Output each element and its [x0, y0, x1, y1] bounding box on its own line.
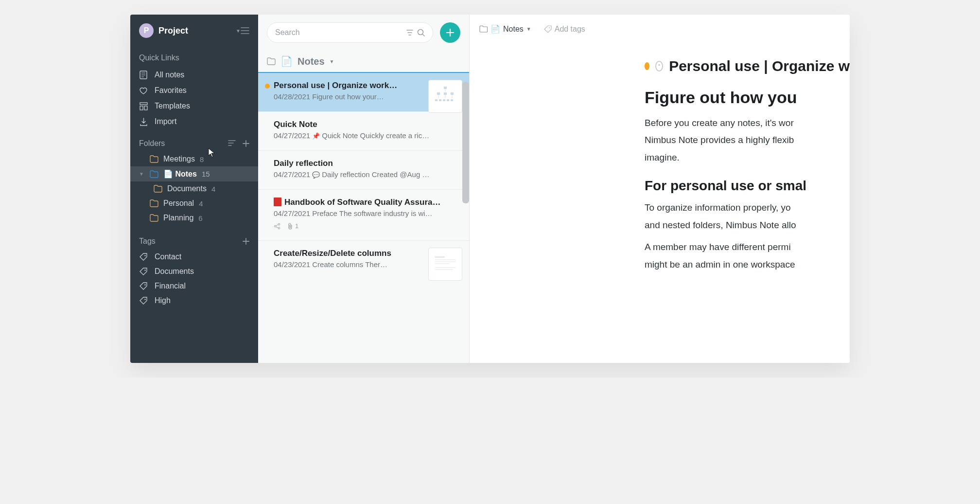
scrollbar[interactable]	[462, 82, 469, 203]
note-meta: 04/27/2021 Preface The software industry…	[274, 209, 460, 217]
tag-documents[interactable]: Documents	[130, 264, 258, 279]
sidebar-item-label: Favorites	[155, 86, 187, 95]
tag-icon	[139, 282, 148, 290]
status-dot-icon	[265, 84, 270, 89]
folder-count: 4	[199, 199, 203, 208]
note-item[interactable]: Quick Note 04/27/2021 📌Quick Note Quickl…	[258, 112, 469, 151]
search-input-wrap[interactable]	[267, 22, 433, 43]
emoji-placeholder-icon[interactable]	[655, 61, 663, 72]
sidebar-item-templates[interactable]: Templates	[130, 98, 258, 114]
tag-contact[interactable]: Contact	[130, 250, 258, 264]
folder-documents[interactable]: Documents 4	[130, 181, 258, 196]
note-item[interactable]: Handbook of Software Quality Assura… 04/…	[258, 190, 469, 241]
status-dot-icon[interactable]	[645, 62, 649, 70]
folder-count: 8	[200, 155, 204, 163]
sort-icon[interactable]	[228, 140, 236, 147]
filter-icon[interactable]	[406, 30, 413, 36]
import-icon	[139, 117, 148, 126]
svg-rect-23	[435, 261, 455, 262]
paragraph[interactable]: and nested folders, Nimbus Note allo	[645, 218, 850, 232]
folder-icon	[150, 199, 158, 207]
note-item[interactable]: Daily reflection 04/27/2021 💬Daily refle…	[258, 151, 469, 190]
paragraph[interactable]: Before you create any notes, it's wor	[645, 116, 850, 130]
search-icon[interactable]	[417, 29, 425, 36]
search-input[interactable]	[275, 28, 402, 37]
app: P Project ▼ Quick Links All notes Favori…	[130, 15, 850, 363]
tags-header-label: Tags	[139, 237, 156, 246]
sidebar-collapse-icon[interactable]	[241, 27, 249, 34]
new-note-button[interactable]	[440, 22, 460, 43]
sidebar: P Project ▼ Quick Links All notes Favori…	[130, 15, 258, 363]
tag-icon	[139, 252, 148, 261]
sidebar-item-label: Import	[155, 117, 176, 126]
editor-breadcrumb[interactable]: 📄 Notes ▼	[479, 24, 531, 34]
svg-point-5	[144, 270, 145, 270]
svg-rect-16	[447, 99, 449, 101]
tags-header: Tags	[130, 225, 258, 250]
svg-point-4	[144, 255, 145, 256]
add-tags-button[interactable]: Add tags	[544, 25, 585, 34]
svg-rect-15	[443, 99, 445, 101]
chevron-down-icon: ▼	[139, 171, 145, 177]
heading-2[interactable]: For personal use or smal	[645, 178, 850, 194]
folder-count: 4	[211, 185, 215, 193]
folder-label: Documents	[167, 184, 207, 193]
heading-1[interactable]: Figure out how you	[645, 88, 850, 107]
notes-emoji-icon: 📄	[280, 55, 293, 67]
document-title[interactable]: Personal use | Organize w	[669, 58, 850, 74]
note-meta: 04/27/2021 📌Quick Note Quickly create a …	[274, 131, 460, 140]
breadcrumb-label: Notes	[503, 25, 524, 34]
svg-rect-11	[444, 92, 447, 95]
folder-count: 15	[202, 170, 210, 178]
tag-financial[interactable]: Financial	[130, 279, 258, 293]
folder-personal[interactable]: Personal 4	[130, 196, 258, 211]
tag-label: Financial	[155, 282, 186, 290]
note-item[interactable]: Personal use | Organize work… 04/28/2021…	[258, 72, 469, 112]
workspace-name: Project	[158, 26, 230, 36]
paragraph[interactable]: imagine.	[645, 150, 850, 164]
sidebar-item-label: All notes	[155, 71, 184, 79]
document-title-row: Personal use | Organize w	[645, 58, 850, 74]
folder-icon	[150, 214, 158, 222]
svg-rect-3	[144, 106, 147, 110]
folder-icon	[479, 25, 488, 33]
paragraph[interactable]: might be an admin in one workspace	[645, 257, 850, 271]
sidebar-item-all-notes[interactable]: All notes	[130, 67, 258, 83]
editor-panel: 📄 Notes ▼ Add tags Personal use | Organi…	[470, 15, 850, 363]
paragraph[interactable]: A member may have different permi	[645, 240, 850, 254]
folders-header: Folders	[130, 129, 258, 152]
add-tag-icon[interactable]	[243, 238, 249, 245]
note-meta: 04/27/2021 💬Daily reflection Created @Au…	[274, 170, 460, 179]
folder-planning[interactable]: Planning 6	[130, 211, 258, 225]
tag-label: Contact	[155, 252, 181, 261]
pin-icon: 📌	[312, 132, 320, 140]
svg-rect-1	[140, 103, 147, 105]
tag-icon	[544, 25, 552, 33]
svg-rect-9	[444, 87, 447, 89]
folders-header-label: Folders	[139, 139, 165, 148]
sidebar-item-favorites[interactable]: Favorites	[130, 83, 258, 98]
svg-point-20	[278, 227, 280, 229]
svg-rect-26	[435, 269, 453, 270]
add-folder-icon[interactable]	[243, 140, 249, 147]
svg-rect-22	[435, 259, 455, 260]
svg-point-27	[549, 27, 550, 28]
workspace-switcher[interactable]: P Project ▼	[130, 23, 258, 45]
note-title: Quick Note	[274, 120, 460, 129]
note-icon	[139, 71, 148, 79]
svg-rect-10	[437, 92, 440, 95]
note-list[interactable]: Personal use | Organize work… 04/28/2021…	[258, 72, 469, 363]
note-item[interactable]: Create/Resize/Delete columns 04/23/2021 …	[258, 241, 469, 279]
document-content[interactable]: Personal use | Organize w Figure out how…	[470, 34, 850, 274]
paragraph[interactable]: Nimbus Note provides a highly flexib	[645, 133, 850, 147]
svg-rect-12	[451, 92, 454, 95]
svg-point-19	[278, 223, 280, 225]
tag-high[interactable]: High	[130, 293, 258, 308]
paragraph[interactable]: To organize information properly, yo	[645, 200, 850, 215]
list-breadcrumb[interactable]: 📄 Notes ▼	[258, 47, 469, 72]
sidebar-item-import[interactable]: Import	[130, 114, 258, 129]
svg-rect-24	[435, 263, 450, 264]
chevron-down-icon: ▼	[330, 59, 334, 64]
folder-notes[interactable]: ▼ 📄 Notes 15	[130, 166, 258, 181]
folder-meetings[interactable]: Meetings 8	[130, 152, 258, 166]
